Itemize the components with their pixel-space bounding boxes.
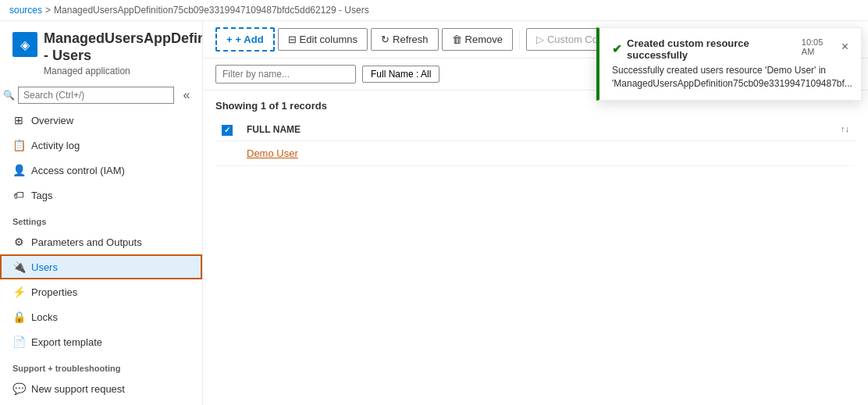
content-area: + + Add ⊟ Edit columns ↻ Refresh 🗑 Remov… <box>203 21 868 405</box>
sidebar-item-overview-label: Overview <box>31 115 73 126</box>
toast-header-right: 10:05 AM × <box>802 37 848 56</box>
sidebar-item-overview[interactable]: ⊞ Overview <box>0 108 202 133</box>
edit-columns-icon: ⊟ <box>288 34 297 45</box>
user-link[interactable]: Demo User <box>247 147 298 159</box>
access-control-icon: 👤 <box>12 164 25 176</box>
locks-icon: 🔒 <box>12 311 25 323</box>
sidebar-item-tags-label: Tags <box>31 190 52 201</box>
sidebar: ◈ ManagedUsersAppDefinition75cb09e331994… <box>0 21 203 405</box>
sidebar-item-new-support[interactable]: 💬 New support request <box>0 376 202 401</box>
breadcrumb-separator: > <box>45 5 51 16</box>
add-icon: + <box>226 34 233 45</box>
table-area: Showing 1 of 1 records FULL NAME ↑↓ <box>203 91 868 405</box>
settings-section-label: Settings <box>0 208 202 229</box>
sidebar-item-tags[interactable]: 🏷 Tags <box>0 183 202 208</box>
breadcrumb-current: ManagedUsersAppDefinition75cb09e33199471… <box>54 5 369 16</box>
sidebar-item-new-support-label: New support request <box>31 383 125 395</box>
sidebar-item-activity-log-label: Activity log <box>31 140 80 151</box>
toast-time: 10:05 AM <box>802 37 835 56</box>
full-name-filter-tag[interactable]: Full Name : All <box>362 66 439 83</box>
toolbar-separator <box>519 30 520 49</box>
support-section-label: Support + troubleshooting <box>0 354 202 376</box>
tags-icon: 🏷 <box>12 189 25 201</box>
sidebar-item-parameters-label: Parameters and Outputs <box>31 236 142 248</box>
sort-icon[interactable]: ↑↓ <box>841 124 849 133</box>
sidebar-item-properties-label: Properties <box>31 286 77 298</box>
sidebar-item-users[interactable]: 🔌 Users <box>0 254 202 279</box>
refresh-icon: ↻ <box>381 34 390 45</box>
toast-title: ✔ Created custom resource successfully <box>612 37 802 61</box>
remove-button[interactable]: 🗑 Remove <box>442 28 513 51</box>
toast-notification: ✔ Created custom resource successfully 1… <box>596 27 862 101</box>
sidebar-header: ◈ ManagedUsersAppDefinition75cb09e331994… <box>0 21 202 83</box>
app-container: sources > ManagedUsersAppDefinition75cb0… <box>0 0 868 405</box>
sidebar-item-locks-label: Locks <box>31 311 58 323</box>
sidebar-item-access-control-label: Access control (IAM) <box>31 165 125 176</box>
search-row: 🔍 « <box>0 83 202 108</box>
table-row: Demo User <box>215 140 856 165</box>
sidebar-item-activity-log[interactable]: 📋 Activity log <box>0 133 202 158</box>
overview-icon: ⊞ <box>12 114 25 126</box>
sidebar-item-parameters[interactable]: ⚙ Parameters and Outputs <box>0 229 202 254</box>
app-icon: ◈ <box>12 32 37 57</box>
refresh-label: Refresh <box>393 34 429 45</box>
sidebar-subtitle: Managed application <box>44 66 203 76</box>
sidebar-item-export-template-label: Export template <box>31 336 102 348</box>
select-all-checkbox[interactable] <box>222 125 233 136</box>
main-layout: ◈ ManagedUsersAppDefinition75cb09e331994… <box>0 21 868 405</box>
sidebar-item-export-template[interactable]: 📄 Export template <box>0 329 202 354</box>
play-icon: ▷ <box>536 34 544 45</box>
sidebar-item-locks[interactable]: 🔒 Locks <box>0 304 202 329</box>
toast-body: Successfully created users resource 'Dem… <box>612 64 848 91</box>
edit-columns-label: Edit columns <box>300 34 358 45</box>
toast-title-text: Created custom resource successfully <box>627 37 802 61</box>
edit-columns-button[interactable]: ⊟ Edit columns <box>278 28 368 51</box>
breadcrumb: sources > ManagedUsersAppDefinition75cb0… <box>0 0 868 21</box>
add-button[interactable]: + + Add <box>215 27 275 52</box>
remove-icon: 🗑 <box>452 34 462 45</box>
sidebar-item-access-control[interactable]: 👤 Access control (IAM) <box>0 158 202 183</box>
sidebar-item-users-label: Users <box>31 261 58 273</box>
toast-close-button[interactable]: × <box>841 41 848 53</box>
users-icon: 🔌 <box>12 261 25 273</box>
search-icon: 🔍 <box>3 90 15 101</box>
success-icon: ✔ <box>612 42 622 56</box>
sidebar-collapse-button[interactable]: « <box>177 86 196 105</box>
breadcrumb-sources-link[interactable]: sources <box>9 5 42 16</box>
add-label: + Add <box>236 34 264 45</box>
search-input[interactable] <box>18 87 174 104</box>
record-count: Showing 1 of 1 records <box>215 100 856 112</box>
remove-label: Remove <box>465 34 503 45</box>
toast-header: ✔ Created custom resource successfully 1… <box>612 37 848 61</box>
sidebar-item-properties[interactable]: ⚡ Properties <box>0 279 202 304</box>
properties-icon: ⚡ <box>12 286 25 298</box>
activity-log-icon: 📋 <box>12 139 25 151</box>
table-header-full-name: FULL NAME ↑↓ <box>240 119 856 140</box>
sidebar-title: ManagedUsersAppDefinition75cb09e33199471… <box>44 30 203 64</box>
refresh-button[interactable]: ↻ Refresh <box>371 28 439 51</box>
parameters-icon: ⚙ <box>12 236 25 248</box>
new-support-icon: 💬 <box>12 382 25 395</box>
table-header-checkbox <box>215 119 240 140</box>
filter-input[interactable] <box>215 65 356 83</box>
full-name-column-label: FULL NAME <box>247 124 301 135</box>
data-table: FULL NAME ↑↓ Demo User <box>215 119 856 166</box>
export-template-icon: 📄 <box>12 336 25 348</box>
row-full-name-cell: Demo User <box>240 140 856 165</box>
row-checkbox-cell <box>215 140 240 165</box>
